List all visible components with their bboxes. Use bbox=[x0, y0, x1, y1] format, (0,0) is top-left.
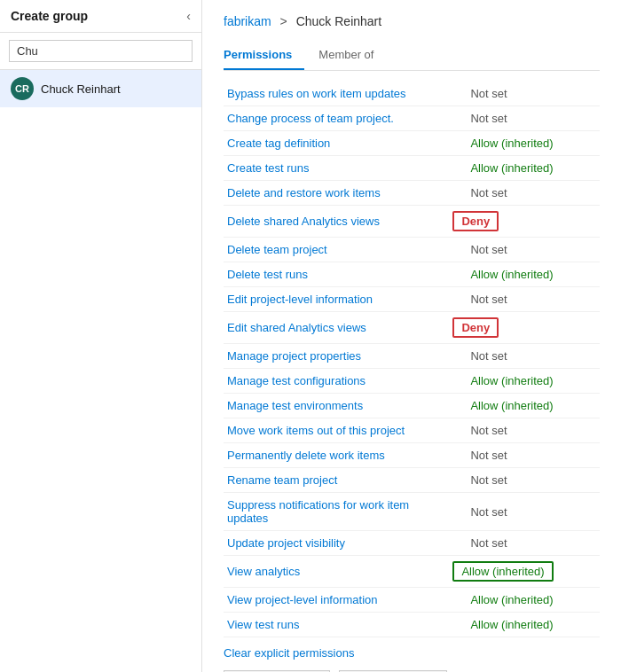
table-row: Update project visibility Not set bbox=[224, 531, 600, 556]
permission-name[interactable]: View test runs bbox=[224, 613, 449, 637]
permission-name[interactable]: Manage test configurations bbox=[224, 369, 449, 394]
main-content: fabrikam > Chuck Reinhart PermissionsMem… bbox=[202, 0, 621, 672]
permission-value[interactable]: Not set bbox=[452, 112, 507, 125]
table-row: Delete shared Analytics views Deny bbox=[224, 206, 600, 238]
permission-name[interactable]: Delete shared Analytics views bbox=[224, 206, 449, 238]
permission-value[interactable]: Allow (inherited) bbox=[452, 593, 553, 606]
table-row: Delete test runs Allow (inherited) bbox=[224, 262, 600, 287]
sidebar: Create group ‹ CR Chuck Reinhart bbox=[0, 0, 202, 672]
table-row: Manage project properties Not set bbox=[224, 344, 600, 369]
permission-name[interactable]: View project-level information bbox=[224, 588, 449, 613]
table-row: View project-level information Allow (in… bbox=[224, 588, 600, 613]
permission-name[interactable]: Rename team project bbox=[224, 468, 449, 493]
permission-value[interactable]: Not set bbox=[452, 293, 507, 306]
table-row: Edit project-level information Not set bbox=[224, 287, 600, 312]
tabs: PermissionsMember of bbox=[224, 41, 600, 71]
table-row: Create test runs Allow (inherited) bbox=[224, 156, 600, 181]
permission-value[interactable]: Allow (inherited) bbox=[452, 374, 553, 387]
table-row: Rename team project Not set bbox=[224, 468, 600, 493]
table-row: Create tag definition Allow (inherited) bbox=[224, 131, 600, 156]
footer: Clear explicit permissions Save changes … bbox=[224, 637, 600, 672]
permission-value[interactable]: Allow (inherited) bbox=[452, 268, 553, 281]
permission-name[interactable]: Permanently delete work items bbox=[224, 443, 449, 468]
table-row: View test runs Allow (inherited) bbox=[224, 613, 600, 637]
permission-value[interactable]: Allow (inherited) bbox=[452, 137, 553, 150]
table-row: View analytics Allow (inherited) bbox=[224, 556, 600, 588]
permission-value[interactable]: Allow (inherited) bbox=[452, 618, 553, 631]
permission-value[interactable]: Allow (inherited) bbox=[452, 561, 553, 582]
permission-name[interactable]: Change process of team project. bbox=[224, 106, 449, 131]
clear-permissions-link[interactable]: Clear explicit permissions bbox=[224, 646, 600, 660]
permission-name[interactable]: Delete and restore work items bbox=[224, 181, 449, 206]
permission-name[interactable]: Delete team project bbox=[224, 238, 449, 262]
permission-name[interactable]: Bypass rules on work item updates bbox=[224, 82, 449, 106]
table-row: Manage test environments Allow (inherite… bbox=[224, 394, 600, 418]
search-container bbox=[0, 33, 201, 70]
permission-value[interactable]: Allow (inherited) bbox=[452, 399, 553, 412]
table-row: Suppress notifications for work item upd… bbox=[224, 493, 600, 531]
breadcrumb-user: Chuck Reinhart bbox=[296, 14, 382, 28]
permission-name[interactable]: Create tag definition bbox=[224, 131, 449, 156]
permission-name[interactable]: Edit project-level information bbox=[224, 287, 449, 312]
permission-value[interactable]: Not set bbox=[452, 349, 507, 363]
user-name: Chuck Reinhart bbox=[41, 82, 121, 96]
table-row: Move work items out of this project Not … bbox=[224, 418, 600, 443]
breadcrumb: fabrikam > Chuck Reinhart bbox=[224, 14, 600, 28]
user-list: CR Chuck Reinhart bbox=[0, 70, 201, 672]
permission-value[interactable]: Not set bbox=[452, 505, 507, 519]
permission-name[interactable]: Delete test runs bbox=[224, 262, 449, 287]
user-item[interactable]: CR Chuck Reinhart bbox=[0, 70, 201, 107]
permission-name[interactable]: Move work items out of this project bbox=[224, 418, 449, 443]
sidebar-header: Create group ‹ bbox=[0, 0, 201, 33]
permission-value[interactable]: Not set bbox=[452, 186, 507, 199]
avatar: CR bbox=[11, 77, 34, 100]
permission-value[interactable]: Not set bbox=[452, 449, 507, 462]
permission-name[interactable]: View analytics bbox=[224, 556, 449, 588]
table-row: Delete and restore work items Not set bbox=[224, 181, 600, 206]
permission-name[interactable]: Suppress notifications for work item upd… bbox=[224, 493, 449, 531]
permissions-table: Bypass rules on work item updates Not se… bbox=[224, 82, 600, 637]
table-row: Bypass rules on work item updates Not se… bbox=[224, 82, 600, 106]
table-row: Edit shared Analytics views Deny bbox=[224, 312, 600, 344]
table-row: Change process of team project. Not set bbox=[224, 106, 600, 131]
permission-value[interactable]: Not set bbox=[452, 536, 507, 550]
table-row: Manage test configurations Allow (inheri… bbox=[224, 369, 600, 394]
permission-name[interactable]: Create test runs bbox=[224, 156, 449, 181]
tab-permissions[interactable]: Permissions bbox=[224, 41, 304, 70]
breadcrumb-separator: > bbox=[280, 14, 291, 28]
permission-name[interactable]: Update project visibility bbox=[224, 531, 449, 556]
permission-value[interactable]: Allow (inherited) bbox=[452, 161, 553, 175]
permission-value[interactable]: Deny bbox=[452, 317, 499, 338]
breadcrumb-org[interactable]: fabrikam bbox=[224, 14, 271, 28]
permission-name[interactable]: Manage project properties bbox=[224, 344, 449, 369]
permission-value[interactable]: Deny bbox=[452, 211, 499, 231]
collapse-icon[interactable]: ‹ bbox=[186, 9, 191, 23]
permission-name[interactable]: Manage test environments bbox=[224, 394, 449, 418]
table-row: Delete team project Not set bbox=[224, 238, 600, 262]
permission-value[interactable]: Not set bbox=[452, 473, 507, 487]
search-input[interactable] bbox=[9, 40, 193, 62]
permission-name[interactable]: Edit shared Analytics views bbox=[224, 312, 449, 344]
permission-value[interactable]: Not set bbox=[452, 424, 507, 437]
permission-value[interactable]: Not set bbox=[452, 243, 507, 256]
tab-member-of[interactable]: Member of bbox=[318, 41, 386, 70]
sidebar-title: Create group bbox=[11, 9, 88, 23]
table-row: Permanently delete work items Not set bbox=[224, 443, 600, 468]
permission-value[interactable]: Not set bbox=[452, 87, 507, 100]
